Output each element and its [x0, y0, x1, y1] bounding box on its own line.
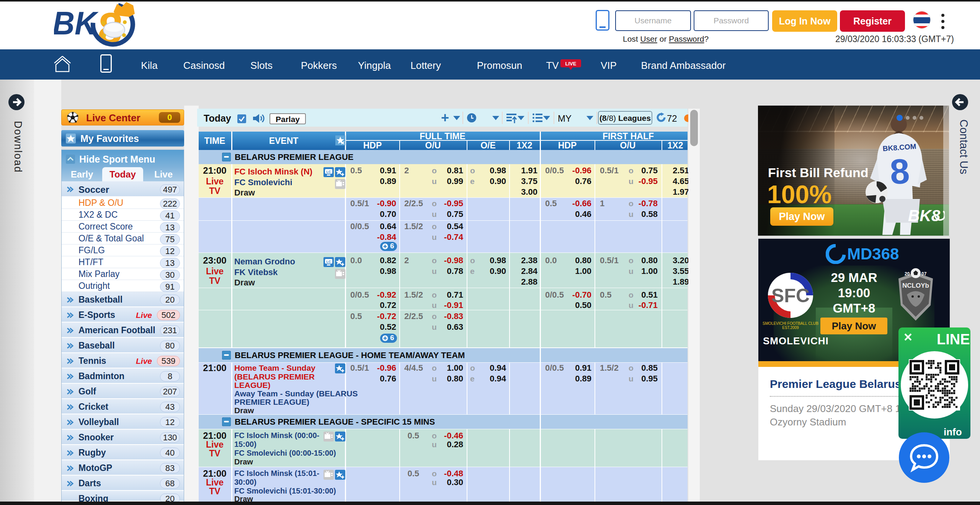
- svg-text:LIVE: LIVE: [565, 61, 577, 67]
- svg-text:20: 20: [905, 271, 910, 277]
- svg-text:8: 8: [889, 152, 910, 192]
- svg-text:LC: LC: [327, 170, 331, 174]
- svg-text:NCLOYb: NCLOYb: [902, 282, 929, 289]
- svg-text:SFC: SFC: [771, 285, 810, 306]
- svg-text:07: 07: [921, 271, 927, 277]
- svg-text:LC: LC: [327, 260, 331, 264]
